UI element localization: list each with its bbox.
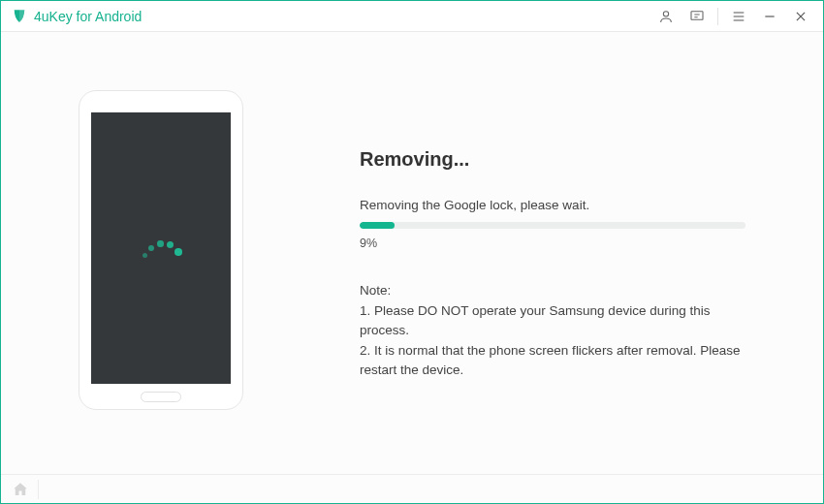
menu-icon	[731, 9, 746, 24]
titlebar: 4uKey for Android	[1, 1, 823, 32]
loading-spinner-icon	[137, 218, 185, 267]
svg-point-0	[663, 11, 668, 16]
chat-icon	[689, 9, 705, 24]
status-message: Removing the Google lock, please wait.	[360, 198, 745, 212]
titlebar-actions	[651, 3, 815, 30]
progress-percent: 9%	[360, 236, 745, 250]
close-icon	[794, 10, 808, 23]
note-line-1: 1. Please DO NOT operate your Samsung de…	[360, 301, 745, 341]
account-button[interactable]	[651, 3, 681, 30]
phone-mockup	[79, 90, 243, 410]
menu-button[interactable]	[724, 3, 753, 30]
close-button[interactable]	[786, 3, 815, 30]
note-heading: Note:	[360, 283, 745, 298]
main-content: Removing... Removing the Google lock, pl…	[1, 32, 823, 474]
home-icon	[12, 481, 29, 498]
minimize-icon	[763, 10, 776, 23]
phone-screen	[91, 112, 231, 384]
note-line-2: 2. It is normal that the phone screen fl…	[360, 341, 745, 381]
titlebar-separator	[717, 8, 718, 25]
progress-fill	[360, 222, 395, 229]
footer-separator	[38, 480, 39, 499]
minimize-button[interactable]	[755, 3, 784, 30]
status-pane: Removing... Removing the Google lock, pl…	[321, 32, 823, 474]
footer-bar	[1, 474, 823, 503]
svg-rect-1	[691, 11, 703, 19]
app-title: 4uKey for Android	[34, 9, 142, 24]
status-title: Removing...	[360, 148, 745, 171]
logo-icon	[11, 8, 28, 25]
user-icon	[658, 9, 674, 24]
feedback-button[interactable]	[682, 3, 712, 30]
app-logo: 4uKey for Android	[11, 8, 142, 25]
progress-bar	[360, 222, 745, 229]
device-pane	[1, 32, 321, 474]
phone-home-button	[141, 392, 181, 402]
home-button[interactable]	[11, 480, 30, 499]
